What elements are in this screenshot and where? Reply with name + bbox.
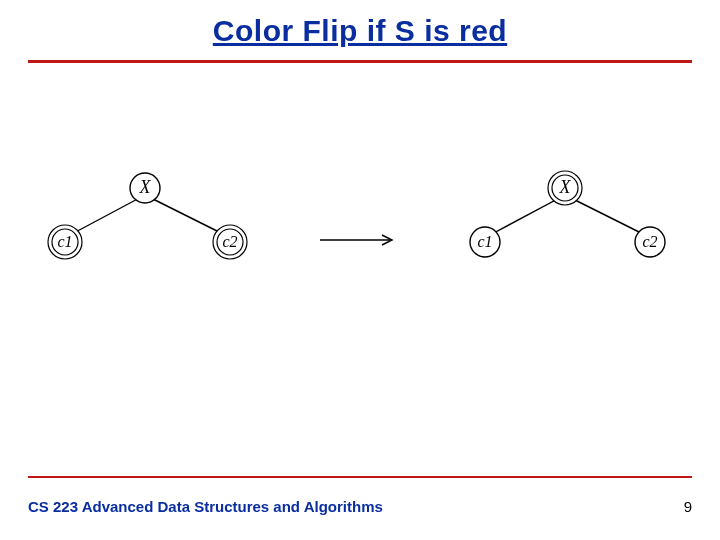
left-c1-label: c1 xyxy=(57,233,72,250)
right-c2-label: c2 xyxy=(642,233,657,250)
right-tree: X c1 c2 xyxy=(470,171,665,257)
left-root-label: X xyxy=(139,177,152,197)
footer-course: CS 223 Advanced Data Structures and Algo… xyxy=(28,498,383,515)
svg-line-1 xyxy=(145,195,225,235)
color-flip-diagram: X c1 c2 X xyxy=(40,170,680,280)
title-rule xyxy=(28,60,692,63)
right-c1-label: c1 xyxy=(477,233,492,250)
svg-line-0 xyxy=(70,195,145,235)
page-number: 9 xyxy=(684,498,692,515)
slide: Color Flip if S is red X c1 c2 xyxy=(0,0,720,540)
left-tree: X c1 c2 xyxy=(48,173,247,259)
arrow-icon xyxy=(320,235,392,245)
footer-rule xyxy=(28,476,692,478)
page-title: Color Flip if S is red xyxy=(0,14,720,48)
svg-line-9 xyxy=(565,195,645,235)
left-c2-label: c2 xyxy=(222,233,237,250)
right-root-label: X xyxy=(559,177,572,197)
